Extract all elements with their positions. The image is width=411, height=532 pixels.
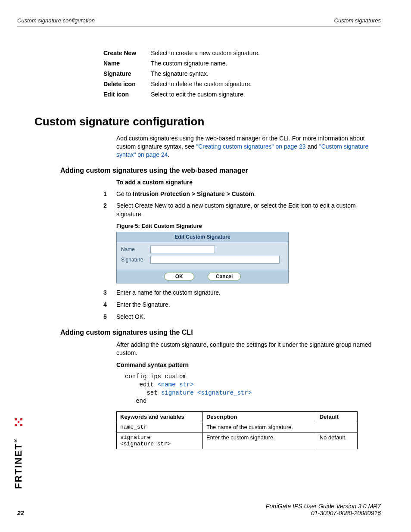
table-row: signature <signature_str> Enter the cust…: [117, 432, 358, 449]
code-line: set: [125, 389, 161, 396]
option-definition-list: Create NewSelect to create a new custom …: [103, 50, 381, 98]
step-number: 5: [103, 313, 116, 321]
th-keywords: Keywords and variables: [117, 411, 203, 422]
steps-list-2: 3Enter a name for the custom signature. …: [103, 289, 377, 321]
fortinet-logo: FRTINET®: [13, 381, 24, 489]
step-number: 2: [103, 202, 116, 218]
step-text: Select Create New to add a new custom si…: [116, 202, 377, 218]
cli-paragraph: After adding the custom signature, confi…: [116, 341, 377, 357]
running-header-right: Custom signatures: [334, 17, 381, 24]
keywords-table: Keywords and variables Description Defau…: [116, 411, 358, 449]
footer-meta: FortiGate IPS User Guide Version 3.0 MR7…: [266, 503, 381, 516]
th-description: Description: [202, 411, 316, 422]
page-title: Custom signature configuration: [34, 115, 381, 128]
code-line: end: [125, 398, 146, 404]
def-text: The custom signature name.: [151, 60, 381, 67]
def-term: Delete icon: [103, 81, 151, 87]
step-text: Enter a name for the custom signature.: [116, 289, 377, 297]
def-text: The signature syntax.: [151, 70, 381, 77]
step-text-part: Go to: [116, 190, 133, 197]
name-input[interactable]: [150, 246, 215, 253]
def-text: Select to delete the custom signature.: [151, 81, 381, 87]
cell-keyword-line: <signature_str>: [120, 441, 171, 447]
name-label: Name: [121, 246, 150, 252]
step-number: 1: [103, 190, 116, 199]
step-text-part: .: [254, 190, 256, 197]
header-rule: [17, 26, 381, 32]
def-term: Create New: [103, 50, 151, 56]
step-text: Select OK.: [116, 313, 377, 321]
def-text: Select to edit the custom signature.: [151, 91, 381, 98]
def-term: Signature: [103, 70, 151, 77]
heading-web-manager: Adding custom signatures using the web-b…: [60, 167, 381, 174]
xref-creating-custom-signatures[interactable]: "Creating custom signatures" on page 23: [196, 143, 305, 150]
footer-guide-title: FortiGate IPS User Guide Version 3.0 MR7: [266, 503, 381, 510]
intro-paragraph: Add custom signatures using the web-base…: [116, 134, 377, 159]
code-line: config ips custom: [125, 373, 187, 380]
fortinet-wordmark: FRTINET®: [13, 437, 24, 489]
signature-input[interactable]: [150, 256, 280, 264]
code-keyword: signature <signature_str>: [161, 389, 252, 396]
cell-default: [316, 422, 357, 432]
intro-text: .: [168, 151, 169, 158]
cell-description: The name of the custom signature.: [202, 422, 316, 432]
cell-keyword: signature <signature_str>: [117, 432, 203, 449]
code-keyword: <name_str>: [158, 381, 194, 388]
cell-default: No default.: [316, 432, 357, 449]
ok-button[interactable]: OK: [164, 273, 194, 280]
table-row: name_str The name of the custom signatur…: [117, 422, 358, 432]
heading-command-syntax: Command syntax pattern: [116, 361, 381, 368]
running-header-left: Custom signature configuration: [17, 17, 95, 24]
cell-keyword: name_str: [117, 422, 203, 432]
step-number: 4: [103, 301, 116, 309]
signature-label: Signature: [121, 257, 150, 263]
fortinet-mark-icon: [15, 418, 22, 426]
footer-doc-id: 01-30007-0080-20080916: [266, 510, 381, 516]
code-line: edit: [125, 381, 158, 388]
intro-text: and: [306, 143, 319, 150]
code-block: config ips custom edit <name_str> set si…: [125, 373, 381, 405]
heading-to-add: To add a custom signature: [116, 179, 381, 186]
cell-description: Enter the custom signature.: [202, 432, 316, 449]
step-number: 3: [103, 289, 116, 297]
step-text: Enter the Signature.: [116, 301, 377, 309]
def-text: Select to create a new custom signature.: [151, 50, 381, 56]
nav-path: Intrusion Protection > Signature > Custo…: [133, 190, 254, 197]
steps-list-1: 1 Go to Intrusion Protection > Signature…: [103, 190, 377, 219]
th-default: Default: [316, 411, 357, 422]
figure-caption: Figure 5: Edit Custom Signature: [116, 223, 381, 229]
step-text: Go to Intrusion Protection > Signature >…: [116, 190, 377, 199]
edit-custom-signature-dialog: Edit Custom Signature Name Signature OK …: [116, 232, 289, 283]
cell-keyword-line: signature: [120, 434, 150, 441]
def-term: Edit icon: [103, 91, 151, 98]
dialog-title: Edit Custom Signature: [117, 232, 288, 242]
page-number: 22: [17, 510, 24, 516]
def-term: Name: [103, 60, 151, 67]
heading-cli: Adding custom signatures using the CLI: [60, 329, 381, 336]
cancel-button[interactable]: Cancel: [208, 273, 241, 280]
